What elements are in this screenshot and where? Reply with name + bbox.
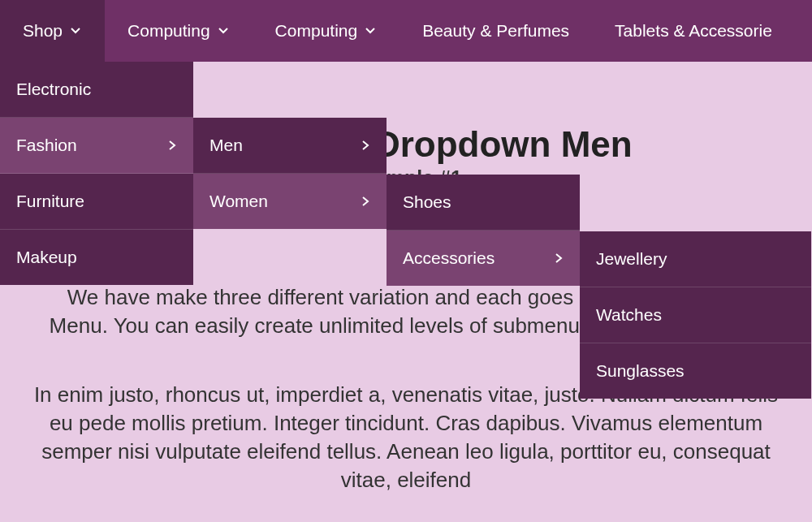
nav-computing-2[interactable]: Computing (253, 0, 400, 62)
chevron-down-icon (364, 24, 377, 37)
nav-tablets-label: Tablets & Accessorie (615, 21, 772, 41)
dropdown-item-jewellery[interactable]: Jewellery (580, 231, 811, 287)
dropdown-item-label: Shoes (403, 192, 451, 212)
chevron-right-icon (554, 252, 564, 264)
dropdown-item-label: Men (209, 136, 243, 155)
dropdown-item-shoes[interactable]: Shoes (387, 175, 580, 231)
nav-beauty-label: Beauty & Perfumes (422, 21, 569, 41)
dropdown-item-label: Fashion (16, 136, 77, 155)
dropdown-item-furniture[interactable]: Furniture (0, 174, 193, 230)
nav-beauty[interactable]: Beauty & Perfumes (400, 0, 592, 62)
dropdown-item-label: Electronic (16, 80, 91, 99)
dropdown-item-fashion[interactable]: Fashion (0, 118, 193, 174)
nav-computing-1-label: Computing (127, 21, 210, 41)
chevron-down-icon (69, 24, 82, 37)
chevron-right-icon (167, 140, 177, 151)
chevron-right-icon (361, 140, 370, 151)
dropdown-item-makeup[interactable]: Makeup (0, 230, 193, 285)
navbar: Shop Computing Computing Beauty & Perfum… (0, 0, 812, 62)
chevron-right-icon (361, 196, 370, 207)
nav-shop[interactable]: Shop (0, 0, 105, 62)
nav-tablets[interactable]: Tablets & Accessorie (592, 0, 795, 62)
dropdown-item-women[interactable]: Women (193, 174, 387, 229)
dropdown-item-label: Accessories (403, 248, 495, 268)
dropdown-item-men[interactable]: Men (193, 118, 387, 174)
dropdown-item-electronic[interactable]: Electronic (0, 62, 193, 118)
dropdown-level-1: Electronic Fashion Furniture Makeup (0, 62, 193, 285)
chevron-down-icon (217, 24, 230, 37)
dropdown-item-label: Women (209, 192, 268, 211)
nav-computing-2-label: Computing (275, 21, 358, 41)
dropdown-item-label: Sunglasses (596, 361, 685, 381)
nav-shop-label: Shop (23, 21, 63, 41)
dropdown-item-label: Furniture (16, 192, 84, 211)
dropdown-level-3: Shoes Accessories (387, 175, 580, 286)
dropdown-item-label: Jewellery (596, 249, 667, 269)
nav-computing-1[interactable]: Computing (105, 0, 253, 62)
dropdown-item-label: Makeup (16, 248, 77, 267)
dropdown-level-2: Men Women (193, 118, 387, 229)
dropdown-item-watches[interactable]: Watches (580, 287, 811, 343)
dropdown-level-4: Jewellery Watches Sunglasses (580, 231, 811, 399)
dropdown-item-accessories[interactable]: Accessories (387, 231, 580, 286)
dropdown-item-sunglasses[interactable]: Sunglasses (580, 343, 811, 399)
dropdown-item-label: Watches (596, 305, 662, 325)
